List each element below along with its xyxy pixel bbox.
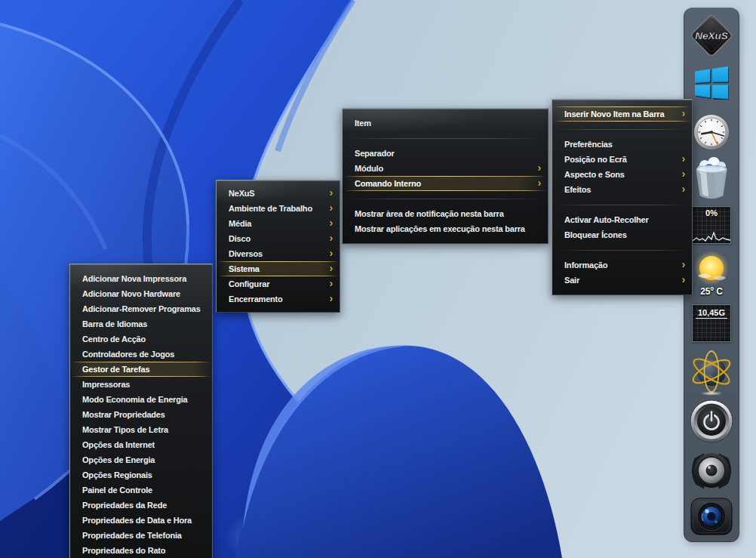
menu-item-adicionar-remover-programas[interactable]: Adicionar-Remover Programas: [70, 301, 212, 316]
menu-item-label: Opções de Energia: [82, 455, 155, 464]
menu-item-adicionar-novo-hardware[interactable]: Adicionar Novo Hardware: [70, 286, 212, 301]
menu-item-label: Mostrar àrea de notificação nesta barra: [355, 209, 504, 218]
dock-item-disk-meter[interactable]: 10,45G: [692, 304, 731, 342]
dock-item-nexus-logo[interactable]: NeXuS NeXuS: [688, 12, 735, 59]
menu-item-nexus[interactable]: NeXuS›: [217, 186, 340, 201]
menu-item-label: Preferências: [564, 140, 613, 149]
menu-item-label: Opções da Internet: [82, 440, 155, 449]
menu-item-diversos[interactable]: Diversos›: [217, 246, 340, 261]
menu-item-label: Barra de Idiomas: [82, 319, 147, 328]
dock-item-power[interactable]: [689, 399, 734, 444]
menu-item-barra-de-idiomas[interactable]: Barra de Idiomas: [70, 316, 212, 331]
submenu-arrow-icon: ›: [330, 246, 333, 261]
submenu-arrow-icon: ›: [682, 167, 685, 181]
menu-item-label: Módulo: [355, 164, 383, 173]
menu-item-propriedades-de-telefonia[interactable]: Propriedades de Telefonia: [70, 528, 212, 543]
menu-item-sistema[interactable]: Sistema›: [217, 261, 340, 276]
menu-item-label: Propriedades de Data e Hora: [82, 516, 192, 525]
dock-item-windows[interactable]: [693, 64, 729, 100]
menu-item-mostrar-propriedades[interactable]: Mostrar Propriedades: [70, 407, 212, 422]
menu-item-inserir-novo-item-na-barra[interactable]: Inserir Novo Item na Barra›: [552, 106, 692, 122]
submenu-arrow-icon: ›: [330, 231, 333, 245]
menu-item-ambiente-de-trabalho[interactable]: Ambiente de Trabalho›: [217, 201, 340, 216]
menu-item-label: Efeitos: [564, 185, 591, 194]
submenu-arrow-icon: ›: [682, 257, 685, 272]
menu-item-controladores-de-jogos[interactable]: Controladores de Jogos: [70, 347, 212, 362]
submenu-arrow-icon: ›: [682, 152, 685, 166]
speaker-icon: [690, 449, 733, 492]
menu-item-sair[interactable]: Sair›: [552, 273, 692, 288]
menu-item-impressoras[interactable]: Impressoras: [70, 377, 212, 392]
menu-item-modulo[interactable]: Módulo›: [343, 161, 548, 176]
menu-item-media[interactable]: Média›: [217, 216, 340, 231]
menu-item-opcoes-de-energia[interactable]: Opções de Energia: [70, 452, 212, 467]
menu-item-propriedades-do-rato[interactable]: Propriedades do Rato: [70, 543, 212, 558]
menu-item-adicionar-nova-impressora[interactable]: Adicionar Nova Impressora: [70, 271, 212, 286]
weather-sun-icon: [690, 250, 733, 288]
submenu-arrow-icon: ›: [682, 273, 685, 287]
desktop: NeXuS NeXuS: [0, 0, 756, 558]
menu-item-gestor-de-tarefas[interactable]: Gestor de Tarefas: [70, 362, 212, 377]
menu-item-configurar[interactable]: Configurar›: [217, 276, 340, 291]
menu-item-label: Adicionar Nova Impressora: [82, 274, 186, 283]
menu-item-label: Mostrar aplicações em execução nesta bar…: [355, 224, 525, 233]
menu-item-centro-de-accao[interactable]: Centro de Acção: [70, 331, 212, 347]
insert-item-submenu: ItemSeparadorMódulo›Comando Interno›Most…: [342, 108, 549, 244]
menu-item-label: Activar Auto-Recolher: [564, 215, 649, 224]
menu-item-label: Propriedades do Rato: [82, 546, 165, 555]
menu-item-modo-economia-de-energia[interactable]: Modo Economia de Energia: [70, 392, 212, 407]
menu-item-encerramento[interactable]: Encerramento›: [217, 291, 340, 307]
dock-item-clock[interactable]: [693, 113, 730, 151]
menu-separator: [552, 242, 692, 257]
dock-item-speaker[interactable]: [690, 449, 733, 492]
disk-free-value: 10,45G: [696, 308, 727, 319]
menu-item-label: Separador: [355, 149, 395, 158]
menu-item-mostrar-tipos-de-letra[interactable]: Mostrar Tipos de Letra: [70, 422, 212, 437]
menu-separator: [343, 191, 548, 206]
menu-item-comando-interno[interactable]: Comando Interno›: [343, 176, 548, 191]
menu-item-propriedades-da-rede[interactable]: Propriedades da Rede: [70, 498, 212, 513]
menu-item-disco[interactable]: Disco›: [217, 231, 340, 246]
menu-item-label: Diversos: [229, 249, 263, 258]
windows-logo-icon: [693, 64, 729, 100]
menu-item-label: Mostrar Tipos de Letra: [82, 425, 168, 434]
nexus-logo-icon: NeXuS NeXuS: [688, 12, 735, 59]
menu-item-aspecto-e-sons[interactable]: Aspecto e Sons›: [552, 167, 692, 182]
menu-item-bloquear-icones[interactable]: Bloquear Ícones: [552, 227, 692, 242]
menu-item-opcoes-da-internet[interactable]: Opções da Internet: [70, 437, 212, 452]
menu-item-label: Adicionar Novo Hardware: [82, 289, 180, 298]
menu-item-label: Painel de Controle: [82, 486, 152, 495]
menu-item-label: Inserir Novo Item na Barra: [564, 109, 664, 119]
menu-item-label: Impressoras: [82, 380, 130, 389]
submenu-arrow-icon: ›: [682, 106, 685, 121]
dock-item-camera[interactable]: [690, 498, 733, 535]
menu-item-activar-auto-recolher[interactable]: Activar Auto-Recolher: [552, 212, 692, 227]
system-submenu: Adicionar Nova ImpressoraAdicionar Novo …: [69, 264, 213, 558]
menu-separator: [343, 131, 548, 146]
dock-item-cpu-meter[interactable]: 0%: [692, 206, 731, 244]
camera-icon: [690, 498, 733, 535]
menu-item-separador[interactable]: Separador: [343, 146, 548, 161]
menu-item-label: Aspecto e Sons: [564, 170, 625, 179]
internal-command-submenu: NeXuS›Ambiente de Trabalho›Média›Disco›D…: [216, 180, 340, 313]
cpu-meter-panel: 0%: [692, 206, 731, 244]
menu-item-opcoes-regionais[interactable]: Opções Regionais: [70, 467, 212, 482]
dock-item-network-globe[interactable]: [690, 349, 733, 397]
menu-item-label: Sair: [564, 276, 579, 285]
dock-item-recycle-bin[interactable]: [691, 156, 732, 200]
menu-item-mostrar-aplicacoes-em-execucao-nesta-barra[interactable]: Mostrar aplicações em execução nesta bar…: [343, 221, 548, 236]
menu-item-label: Gestor de Tarefas: [82, 365, 149, 374]
cpu-graph: [693, 230, 730, 243]
menu-item-propriedades-de-data-e-hora[interactable]: Propriedades de Data e Hora: [70, 513, 212, 528]
menu-item-painel-de-controle[interactable]: Painel de Controle: [70, 482, 212, 498]
menu-item-informacao[interactable]: Informação›: [552, 257, 692, 273]
menu-item-item[interactable]: Item: [343, 116, 548, 131]
cpu-usage-value: 0%: [693, 207, 730, 217]
menu-item-preferencias[interactable]: Preferências: [552, 137, 692, 152]
dock-item-weather[interactable]: 25º C: [690, 250, 733, 300]
menu-separator: [552, 197, 692, 212]
menu-item-efeitos[interactable]: Efeitos›: [552, 182, 692, 197]
menu-item-mostrar-area-de-notificacao-nesta-barra[interactable]: Mostrar àrea de notificação nesta barra: [343, 206, 548, 221]
menu-item-posicao-no-ecra[interactable]: Posição no Ecrã›: [552, 152, 692, 167]
menu-item-label: Adicionar-Remover Programas: [82, 304, 201, 313]
